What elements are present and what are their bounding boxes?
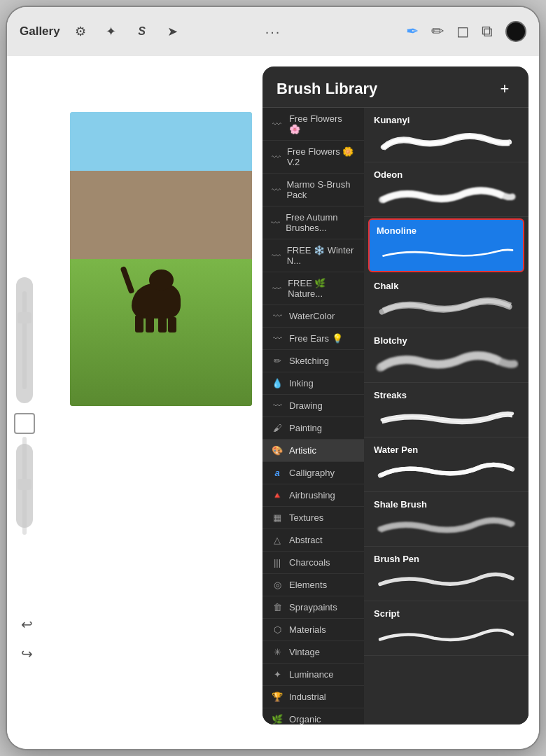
category-item-winter[interactable]: 〰 FREE ❄️ Winter N... xyxy=(262,239,364,272)
brush-item-script[interactable]: Script xyxy=(364,601,528,656)
category-item-nature[interactable]: 〰 FREE 🌿 Nature... xyxy=(262,272,364,305)
category-icon-marmo: 〰 xyxy=(271,185,281,195)
category-item-textures[interactable]: ▦ Textures xyxy=(262,507,364,529)
pencil-tool-icon[interactable]: ✏ xyxy=(431,22,444,41)
square-tool[interactable] xyxy=(14,413,35,434)
category-item-watercolor[interactable]: 〰 WaterColor xyxy=(262,305,364,328)
category-label-sketching: Sketching xyxy=(289,356,329,366)
color-picker[interactable] xyxy=(505,21,526,42)
undo-button[interactable]: ↩ xyxy=(15,613,38,636)
category-list: 〰 Free Flowers 🌸 〰 Free Flowers 🌼 V.2 〰 … xyxy=(262,108,364,724)
category-item-spraypaints[interactable]: 🗑 Spraypaints xyxy=(262,596,364,619)
category-item-luminance[interactable]: ✦ Luminance xyxy=(262,664,364,686)
category-item-charcoals[interactable]: ||| Charcoals xyxy=(262,552,364,574)
category-icon-spraypaints: 🗑 xyxy=(271,602,284,612)
brush-name-water-pen: Water Pen xyxy=(374,444,519,455)
top-bar-left: Gallery ⚙ ✦ S ➤ xyxy=(20,21,183,42)
slider-thumb-1[interactable] xyxy=(18,312,31,323)
dog-leg3 xyxy=(158,317,167,332)
category-item-vintage[interactable]: ✳ Vintage xyxy=(262,641,364,664)
brush-item-odeon[interactable]: Odeon xyxy=(364,162,528,217)
brush-name-streaks: Streaks xyxy=(374,390,519,400)
magic-wand-icon[interactable]: ✦ xyxy=(101,21,122,42)
category-item-free-flowers2[interactable]: 〰 Free Flowers 🌼 V.2 xyxy=(262,141,364,174)
category-item-artistic[interactable]: 🎨 Artistic xyxy=(262,440,364,462)
category-label-autumn: Free Autumn Brushes... xyxy=(286,212,356,233)
slider-thumb-2[interactable] xyxy=(18,479,31,490)
add-brush-button[interactable]: + xyxy=(495,79,514,99)
category-item-abstract[interactable]: △ Abstract xyxy=(262,529,364,552)
category-item-calligraphy[interactable]: a Calligraphy xyxy=(262,462,364,484)
category-icon-abstract: △ xyxy=(271,535,284,545)
category-label-organic: Organic xyxy=(289,714,321,724)
brush-stroke-brush-pen xyxy=(374,568,519,594)
category-label-artistic: Artistic xyxy=(289,445,316,456)
category-item-organic[interactable]: 🌿 Organic xyxy=(262,708,364,724)
category-label-abstract: Abstract xyxy=(289,535,323,545)
category-label-vintage: Vintage xyxy=(289,647,320,657)
brush-item-chalk[interactable]: Chalk xyxy=(364,274,528,328)
brush-item-brush-pen[interactable]: Brush Pen xyxy=(364,547,528,601)
category-icon-vintage: ✳ xyxy=(271,647,284,657)
category-item-painting[interactable]: 🖌 Painting xyxy=(262,417,364,440)
category-icon-watercolor: 〰 xyxy=(271,311,284,321)
brush-stroke-kunanyi xyxy=(374,130,519,155)
brush-item-kunanyi[interactable]: Kunanyi xyxy=(364,108,528,162)
category-item-autumn[interactable]: 〰 Free Autumn Brushes... xyxy=(262,206,364,239)
category-icon-artistic: 🎨 xyxy=(271,445,284,456)
category-label-free-flowers: Free Flowers 🌸 xyxy=(289,113,356,134)
arrow-icon[interactable]: ➤ xyxy=(162,21,183,42)
brush-item-water-pen[interactable]: Water Pen xyxy=(364,438,528,492)
brush-list: Kunanyi Odeon xyxy=(364,108,528,724)
brush-name-odeon: Odeon xyxy=(374,169,519,180)
category-item-free-flowers[interactable]: 〰 Free Flowers 🌸 xyxy=(262,108,364,141)
category-label-materials: Materials xyxy=(289,624,326,635)
category-icon-materials: ⬡ xyxy=(271,624,284,635)
category-item-materials[interactable]: ⬡ Materials xyxy=(262,619,364,641)
wrench-icon[interactable]: ⚙ xyxy=(70,21,91,42)
category-icon-winter: 〰 xyxy=(271,251,281,261)
top-bar: Gallery ⚙ ✦ S ➤ ··· ✒ ✏ ◻ ⧉ xyxy=(7,7,539,56)
category-label-textures: Textures xyxy=(289,512,323,523)
dog-leg2 xyxy=(146,315,154,332)
brush-stroke-blotchy xyxy=(374,350,519,375)
top-bar-center: ··· xyxy=(265,24,281,40)
category-item-airbrushing[interactable]: 🔺 Airbrushing xyxy=(262,484,364,507)
brush-name-brush-pen: Brush Pen xyxy=(374,554,519,564)
pen-tool-icon[interactable]: ✒ xyxy=(406,22,419,41)
brush-name-monoline: Monoline xyxy=(377,225,516,236)
brush-library-header: Brush Library + xyxy=(262,66,528,108)
dog-silhouette xyxy=(125,241,195,332)
smudge-icon[interactable]: S xyxy=(132,21,153,42)
brush-stroke-monoline xyxy=(377,240,516,265)
category-label-industrial: Industrial xyxy=(289,692,326,702)
category-item-industrial[interactable]: 🏆 Industrial xyxy=(262,686,364,708)
eraser-tool-icon[interactable]: ◻ xyxy=(456,22,469,41)
layers-icon[interactable]: ⧉ xyxy=(482,22,493,41)
top-bar-right: ✒ ✏ ◻ ⧉ xyxy=(406,21,526,42)
category-item-marmo[interactable]: 〰 Marmo S-Brush Pack xyxy=(262,174,364,206)
gallery-button[interactable]: Gallery xyxy=(20,24,60,38)
category-icon-elements: ◎ xyxy=(271,580,284,590)
brush-size-slider[interactable] xyxy=(16,277,33,403)
brush-item-monoline[interactable]: Monoline xyxy=(368,218,524,272)
category-item-inking[interactable]: 💧 Inking xyxy=(262,372,364,395)
redo-button[interactable]: ↪ xyxy=(15,643,38,665)
category-item-drawing[interactable]: 〰 Drawing xyxy=(262,395,364,417)
brush-item-blotchy[interactable]: Blotchy xyxy=(364,328,528,383)
brush-stroke-odeon xyxy=(374,184,519,209)
category-icon-textures: ▦ xyxy=(271,512,284,523)
category-label-winter: FREE ❄️ Winter N... xyxy=(287,245,356,266)
category-label-spraypaints: Spraypaints xyxy=(289,602,337,612)
category-item-elements[interactable]: ◎ Elements xyxy=(262,574,364,596)
brush-item-shale-brush[interactable]: Shale Brush xyxy=(364,492,528,547)
brush-stroke-shale-brush xyxy=(374,514,519,539)
brush-item-streaks[interactable]: Streaks xyxy=(364,383,528,438)
brush-name-script: Script xyxy=(374,608,519,619)
category-item-free-ears[interactable]: 〰 Free Ears 💡 xyxy=(262,328,364,350)
category-icon-charcoals: ||| xyxy=(271,557,284,568)
category-item-sketching[interactable]: ✏ Sketching xyxy=(262,350,364,372)
category-label-airbrushing: Airbrushing xyxy=(289,490,335,500)
category-icon-drawing: 〰 xyxy=(271,400,284,411)
opacity-slider[interactable] xyxy=(16,444,33,528)
